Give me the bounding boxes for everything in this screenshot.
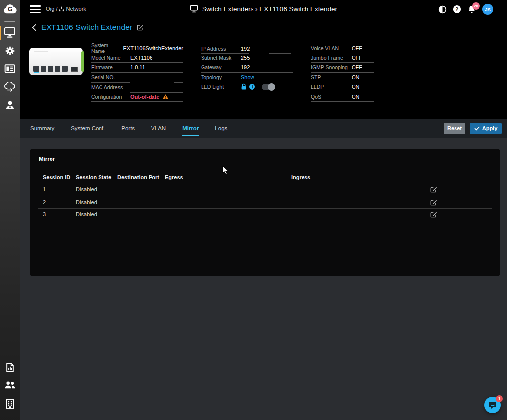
svg-text:?: ? [456,6,459,12]
lock-icon [241,83,247,90]
field-subnet-mask: Subnet Mask 255 [201,53,293,63]
field-topology: Topology Show [201,73,293,83]
field-igmp-snooping: IGMP Snooping OFF [311,63,374,73]
field-firmware: Firmware 1.0.11 [91,63,183,73]
chat-launcher[interactable]: 1 [484,397,501,413]
mirror-table: Session ID Session State Destination Por… [38,171,492,221]
field-jumbo-frame: Jumbo Frame OFF [311,53,374,63]
content-area: Mirror Session ID Session State Destinat… [20,138,507,420]
sidebar-item-reports[interactable] [0,362,20,373]
sidebar: G [0,0,20,420]
tab-mirror[interactable]: Mirror [182,119,199,138]
led-light-toggle[interactable] [262,84,275,90]
panel-title: Mirror [39,156,55,162]
sidebar-item-news[interactable] [0,64,20,74]
back-chevron-icon[interactable] [31,24,37,31]
col-session-state: Session State [76,174,117,180]
sidebar-item-organization[interactable] [0,398,20,409]
help-icon[interactable]: ? [453,5,461,14]
info-icon[interactable] [249,84,255,90]
device-accent [81,51,84,72]
field-gateway: Gateway 192 [201,63,293,73]
header-section: Org / Network Switch Extenders › EXT1106… [20,0,507,119]
bell-icon[interactable]: 28 [467,5,476,14]
field-lldp: LLDP ON [311,82,374,92]
table-header-row: Session ID Session State Destination Por… [38,171,492,183]
header-title-text: Switch Extenders › EXT1106 Switch Extend… [202,5,337,13]
field-voice-vlan: Voice VLAN OFF [311,44,374,53]
check-icon [474,126,480,131]
tab-system-conf[interactable]: System Conf. [71,119,105,138]
tab-ports[interactable]: Ports [121,119,135,138]
field-stp: STP ON [311,73,374,83]
field-ip-address: IP Address 192 [201,44,293,53]
tab-bar: Summary System Conf. Ports VLAN Mirror L… [20,119,507,138]
chat-badge: 1 [496,395,503,402]
device-image [29,48,83,75]
configuration-status: Out-of-date [130,94,159,100]
mirror-panel: Mirror Session ID Session State Destinat… [30,149,500,276]
col-ingress: Ingress [291,174,430,180]
top-bar: Org / Network Switch Extenders › EXT1106… [20,0,507,19]
table-row: 2 Disabled - - - [38,196,492,209]
col-destination-port: Destination Port [117,174,165,180]
page-title: EXT1106 Switch Extender [41,23,132,32]
notification-badge: 28 [472,2,480,10]
chat-icon [488,401,497,410]
field-serial-no: Serial NO. [91,73,183,83]
organization-icon [5,398,15,409]
person-icon [5,100,15,110]
topology-show-link[interactable]: Show [241,74,254,80]
field-led-light: LED Light [201,82,293,92]
contrast-icon[interactable] [438,5,447,14]
monitor-icon [4,27,16,38]
tab-vlan[interactable]: VLAN [151,119,166,138]
monitor-icon [190,5,198,13]
apply-button[interactable]: Apply [470,123,502,134]
sidebar-item-firmware[interactable] [0,82,20,92]
sidebar-item-settings[interactable] [0,46,20,56]
device-fields-col2: IP Address 192 Subnet Mask 255 Gateway 1… [201,44,293,92]
main-area: Org / Network Switch Extenders › EXT1106… [20,0,507,420]
sidebar-item-admin[interactable] [0,100,20,110]
header-title: Switch Extenders › EXT1106 Switch Extend… [20,5,507,13]
team-icon [4,380,16,389]
news-icon [4,64,15,74]
table-row: 1 Disabled - - - [38,183,492,196]
field-mac-address: MAC Address [91,82,183,92]
edit-session-icon[interactable] [430,199,437,206]
tab-summary[interactable]: Summary [30,119,54,138]
warning-icon [162,94,169,100]
cloud-sync-icon [4,82,16,92]
field-qos: QoS ON [311,92,374,102]
avatar[interactable]: JS [482,4,493,15]
col-session-id: Session ID [43,174,76,180]
field-system-name: System Name EXT1106SwitchExtender [91,44,183,53]
tab-logs[interactable]: Logs [215,119,227,138]
table-row: 3 Disabled - - - [38,209,492,221]
device-fields-col1: System Name EXT1106SwitchExtender Model … [91,44,183,102]
sidebar-item-devices[interactable] [0,27,20,38]
edit-session-icon[interactable] [430,186,437,193]
report-icon [5,362,15,373]
gear-icon [5,46,15,56]
device-fields-col3: Voice VLAN OFF Jumbo Frame OFF IGMP Snoo… [311,44,374,102]
field-model-name: Model Name EXT1106 [91,53,183,63]
cloud-logo-icon[interactable]: G [0,3,20,15]
edit-session-icon[interactable] [430,211,437,218]
col-egress: Egress [165,174,291,180]
reset-button[interactable]: Reset [444,123,465,134]
sidebar-divider [4,21,15,22]
edit-pencil-icon[interactable] [137,24,144,31]
svg-text:G: G [8,6,12,13]
field-configuration: Configuration Out-of-date [91,92,183,102]
sidebar-item-team[interactable] [0,380,20,389]
